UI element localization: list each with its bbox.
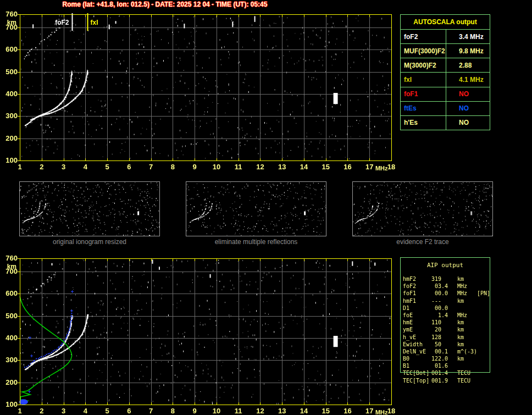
aip-row: h_vE128km — [400, 334, 532, 341]
aip-rows: hmF2319kmfoF2 03.4MHzfoF1 00.0MHz[PN]hmF… — [400, 275, 532, 384]
aip-row: TEC[Bot]001.4TECU — [400, 369, 532, 377]
parameter-label: h'Es — [401, 116, 446, 130]
aip-value: 20 — [431, 326, 441, 333]
aip-row: Ewidth 50km — [400, 341, 532, 348]
aip-unit: m^(-3) — [457, 348, 477, 355]
aip-label: foF2 — [403, 283, 416, 290]
aip-label: B0 — [403, 355, 409, 362]
aip-unit: MHz — [457, 290, 467, 297]
aip-label: foE — [403, 312, 413, 319]
thumbnail-caption: original ionogram resized — [19, 238, 160, 246]
autoscala-table-title: AUTOSCALA output — [401, 15, 490, 29]
aip-value: 00.0 — [431, 290, 448, 297]
autoscala-row-hes: h'Es NO — [401, 115, 490, 130]
aip-unit: TECU — [457, 369, 470, 377]
parameter-label: fxI — [401, 73, 446, 86]
aip-value: --- — [431, 297, 441, 305]
thumbnail-evidence-f2-trace — [352, 181, 493, 236]
aip-label: hmF2 — [403, 275, 416, 283]
aip-value: 001.4 — [431, 369, 448, 377]
thumbnail-caption: eliminate multiple reflections — [186, 238, 326, 246]
parameter-label: ftEs — [401, 102, 446, 115]
aip-label: TEC[Top] — [403, 377, 429, 384]
thumbnail-original-ionogram — [19, 181, 160, 236]
aip-value: 00.1 — [431, 348, 448, 355]
aip-label: DelN_vE — [403, 348, 426, 355]
aip-unit: MHz — [457, 283, 467, 290]
aip-label: foF1 — [403, 290, 416, 297]
aip-value: 128 — [431, 334, 441, 341]
aip-unit: km — [457, 334, 464, 341]
aip-table-title: AIP output — [400, 257, 490, 274]
aip-value: 122.0 — [431, 355, 448, 362]
aip-row: foF2 03.4MHz — [400, 283, 532, 290]
aip-label: D1 — [403, 305, 409, 312]
autoscala-row-muf3000f2: MUF(3000)F2 9.8 MHz — [401, 43, 490, 58]
thumbnail-caption: evidence F2 trace — [352, 238, 493, 246]
aip-label: h_vE — [403, 334, 416, 341]
autoscala-row-ftes: ftEs NO — [401, 101, 490, 115]
aip-row: ymE 20km — [400, 326, 532, 333]
aip-label: TEC[Bot] — [403, 369, 429, 377]
ionogram-top-plot — [0, 10, 401, 174]
aip-label: ymE — [403, 326, 413, 333]
aip-row: B1 01.6 — [400, 362, 532, 369]
autoscala-row-fxi: fxI 4.1 MHz — [401, 72, 490, 86]
aip-row: foF1 00.0MHz[PN] — [400, 290, 532, 297]
aip-unit: TECU — [457, 377, 470, 384]
parameter-label: foF1 — [401, 87, 446, 101]
aip-row: TEC[Top]001.9TECU — [400, 377, 532, 384]
parameter-label: MUF(3000)F2 — [401, 44, 446, 58]
aip-unit: km — [457, 341, 464, 348]
ionogram-bottom-plot — [0, 254, 401, 415]
autoscala-row-fof2: foF2 3.4 MHz — [401, 29, 490, 43]
aip-label: hmF1 — [403, 297, 416, 305]
aip-unit: km — [457, 355, 464, 362]
parameter-value: 3.4 MHz — [446, 30, 490, 43]
parameter-label: foF2 — [401, 30, 446, 43]
aip-value: 01.6 — [431, 362, 448, 369]
aip-unit: km — [457, 319, 464, 326]
aip-value: 03.4 — [431, 283, 448, 290]
parameter-value: NO — [446, 102, 490, 115]
parameter-value: 2.88 — [446, 58, 490, 72]
aip-note: [PN] — [477, 290, 490, 297]
thumbnail-eliminate-reflections — [186, 181, 326, 236]
aip-output-table: AIP output hmF2319kmfoF2 03.4MHzfoF1 00.… — [400, 257, 532, 389]
aip-value: 110 — [431, 319, 441, 326]
aip-label: B1 — [403, 362, 409, 369]
aip-row: hmF2319km — [400, 275, 532, 283]
aip-unit: km — [457, 275, 464, 283]
aip-row: B0122.0km — [400, 355, 532, 362]
aip-value: 1.4 — [431, 312, 448, 319]
aip-row: D1 00.0 — [400, 305, 532, 312]
autoscala-screen: Rome (lat: +41.8, lon: 012.5) - DATE: 20… — [0, 0, 532, 415]
autoscala-output-table: AUTOSCALA output foF2 3.4 MHz MUF(3000)F… — [400, 14, 490, 130]
autoscala-row-m3000f2: M(3000)F2 2.88 — [401, 58, 490, 72]
aip-unit: MHz — [457, 312, 467, 319]
aip-value: 50 — [431, 341, 441, 348]
aip-row: hmE110km — [400, 319, 532, 326]
aip-label: Ewidth — [403, 341, 423, 348]
parameter-value: 9.8 MHz — [446, 44, 490, 58]
parameter-value: NO — [446, 87, 490, 101]
parameter-value: 4.1 MHz — [446, 73, 490, 86]
parameter-label: M(3000)F2 — [401, 58, 446, 72]
parameter-value: NO — [446, 116, 490, 130]
aip-label: hmE — [403, 319, 413, 326]
aip-row: DelN_vE 00.1m^(-3) — [400, 348, 532, 355]
aip-unit: km — [457, 326, 464, 333]
aip-row: foE 1.4MHz — [400, 312, 532, 319]
aip-row: hmF1---km — [400, 297, 532, 305]
page-title: Rome (lat: +41.8, lon: 012.5) - DATE: 20… — [0, 1, 330, 8]
aip-unit: km — [457, 297, 464, 305]
autoscala-row-fof1: foF1 NO — [401, 87, 490, 101]
aip-value: 001.9 — [431, 377, 448, 384]
aip-value: 319 — [431, 275, 441, 283]
aip-value: 00.0 — [431, 305, 448, 312]
